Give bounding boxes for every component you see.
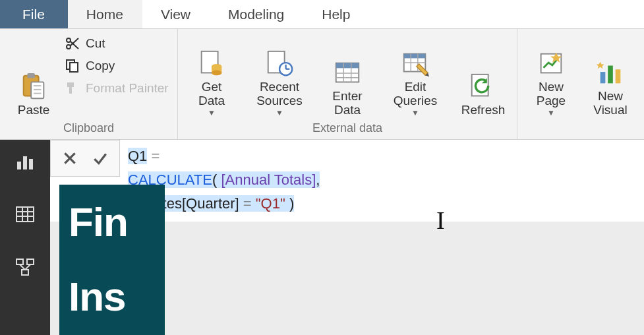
left-nav	[0, 140, 50, 335]
measure-ref: [Annual Totals]	[221, 171, 316, 188]
enter-data-button[interactable]: EnterData	[322, 33, 373, 117]
cut-button[interactable]: Cut	[65, 36, 169, 51]
get-data-label: GetData	[198, 80, 225, 108]
bar-chart-icon	[15, 151, 36, 172]
data-view-button[interactable]	[13, 202, 38, 227]
copy-icon	[65, 58, 80, 74]
menubar: File Home View Modeling Help	[0, 0, 644, 29]
chevron-down-icon: ▼	[547, 108, 555, 117]
recent-sources-icon	[264, 49, 295, 79]
new-visual-icon	[595, 58, 626, 88]
external-data-group-label: External data	[186, 120, 509, 138]
svg-rect-46	[16, 259, 23, 264]
report-canvas[interactable]: Fin Ins	[59, 185, 165, 335]
svg-point-17	[212, 71, 221, 76]
measure-name: Q1	[128, 148, 147, 164]
menu-file[interactable]: File	[0, 0, 68, 28]
svg-rect-11	[70, 63, 78, 72]
chevron-down-icon: ▼	[208, 108, 216, 117]
svg-rect-37	[616, 69, 621, 83]
format-painter-label: Format Painter	[86, 81, 169, 96]
work-area: Q1 = CALCULATE( [Annual Totals], Dates[Q…	[50, 140, 644, 335]
get-data-icon	[196, 49, 227, 79]
new-visual-label: NewVisual	[593, 90, 627, 117]
scissors-icon	[65, 36, 80, 51]
copy-button[interactable]: Copy	[65, 58, 169, 74]
string-literal: "Q1"	[256, 195, 285, 212]
edit-queries-label: EditQueries	[394, 80, 438, 108]
edit-queries-icon	[400, 49, 430, 79]
ribbon-group-external-data: GetData ▼ RecentSources ▼	[178, 29, 517, 139]
enter-data-icon	[332, 58, 363, 88]
edit-queries-button[interactable]: EditQueries ▼	[385, 33, 446, 117]
svg-rect-2	[31, 82, 44, 98]
chevron-down-icon: ▼	[411, 108, 419, 117]
svg-rect-48	[22, 270, 28, 275]
text-cursor-icon: I	[436, 206, 445, 235]
recent-sources-button[interactable]: RecentSources ▼	[249, 33, 310, 117]
recent-sources-label: RecentSources	[256, 80, 303, 108]
svg-rect-12	[67, 82, 74, 87]
svg-rect-36	[608, 66, 613, 84]
report-title-line2: Ins	[69, 278, 158, 317]
chevron-down-icon: ▼	[276, 108, 283, 117]
svg-rect-13	[69, 87, 72, 94]
new-page-icon	[536, 49, 566, 79]
ribbon: Paste Cut Copy	[0, 29, 644, 140]
report-title-line1: Fin	[69, 203, 158, 242]
svg-rect-40	[29, 159, 33, 169]
svg-rect-41	[16, 207, 34, 222]
report-view-button[interactable]	[13, 149, 38, 174]
menu-modeling[interactable]: Modeling	[210, 0, 303, 28]
cancel-formula-button[interactable]	[57, 146, 82, 171]
svg-rect-1	[27, 73, 34, 78]
svg-rect-23	[336, 63, 359, 69]
copy-label: Copy	[86, 59, 115, 73]
check-icon	[92, 150, 109, 167]
new-page-label: NewPage	[537, 80, 566, 108]
menu-view[interactable]: View	[142, 0, 210, 28]
ribbon-group-clipboard: Paste Cut Copy	[0, 29, 178, 139]
svg-line-50	[25, 264, 30, 270]
table-icon	[15, 204, 36, 225]
model-icon	[15, 257, 36, 278]
ribbon-group-insert: NewPage ▼ NewVisual	[517, 29, 644, 139]
paste-icon	[18, 72, 49, 102]
brush-icon	[65, 80, 80, 96]
menu-home[interactable]: Home	[68, 0, 142, 28]
svg-rect-39	[23, 156, 27, 169]
insert-group-label	[525, 120, 636, 138]
formula-editor[interactable]: Q1 = CALCULATE( [Annual Totals], Dates[Q…	[120, 140, 644, 222]
new-page-button[interactable]: NewPage ▼	[525, 33, 577, 117]
refresh-button[interactable]: Refresh	[457, 33, 509, 117]
svg-line-49	[20, 264, 25, 270]
close-icon	[61, 150, 78, 167]
commit-formula-button[interactable]	[88, 146, 113, 171]
menu-help[interactable]: Help	[303, 0, 369, 28]
paste-button[interactable]: Paste	[8, 33, 59, 117]
refresh-icon	[468, 72, 498, 102]
equals-sign: =	[147, 148, 163, 164]
svg-rect-35	[600, 72, 606, 83]
format-painter-button[interactable]: Format Painter	[65, 80, 169, 96]
new-visual-button[interactable]: NewVisual	[585, 33, 636, 117]
enter-data-label: EnterData	[332, 90, 362, 117]
model-view-button[interactable]	[13, 255, 38, 280]
paste-label: Paste	[18, 104, 50, 117]
svg-rect-29	[404, 54, 426, 59]
svg-rect-38	[17, 162, 21, 169]
formula-actions	[50, 140, 120, 177]
cut-label: Cut	[86, 36, 105, 51]
clipboard-group-label: Clipboard	[8, 120, 169, 138]
clipboard-small-buttons: Cut Copy Format Painter	[65, 33, 169, 96]
refresh-label: Refresh	[461, 104, 506, 117]
svg-rect-47	[27, 259, 34, 264]
get-data-button[interactable]: GetData ▼	[186, 33, 237, 117]
